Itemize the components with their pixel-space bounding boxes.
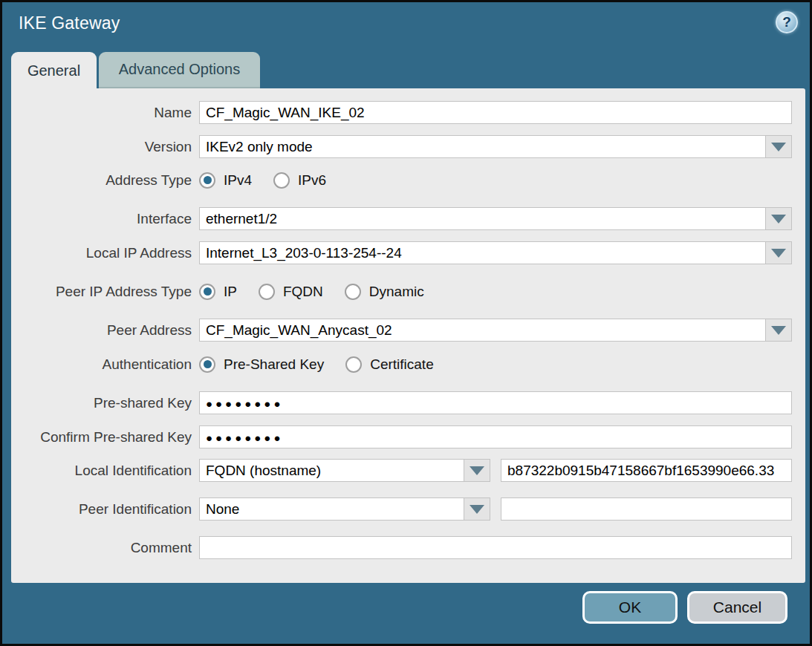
radio-ip-circle[interactable] xyxy=(199,284,215,300)
pre-shared-key-label: Pre-shared Key xyxy=(21,395,192,411)
version-value[interactable]: IKEv2 only mode xyxy=(199,135,765,158)
peer-identification-input[interactable] xyxy=(501,497,792,521)
radio-dynamic[interactable]: Dynamic xyxy=(345,284,424,300)
name-label: Name xyxy=(21,105,192,121)
peer-identification-type-value[interactable]: None xyxy=(199,497,464,521)
chevron-down-icon xyxy=(470,466,484,475)
pre-shared-key-row: Pre-shared Key xyxy=(11,391,805,414)
interface-row: Interface ethernet1/2 xyxy=(11,207,805,230)
version-row: Version IKEv2 only mode xyxy=(11,135,805,158)
pre-shared-key-input[interactable] xyxy=(199,391,792,414)
radio-ipv4-circle[interactable] xyxy=(199,172,215,189)
peer-address-row: Peer Address CF_Magic_WAN_Anycast_02 xyxy=(11,319,805,342)
interface-label: Interface xyxy=(21,211,192,227)
peer-ip-address-type-label: Peer IP Address Type xyxy=(21,284,192,300)
local-ip-address-label: Local IP Address xyxy=(21,245,192,261)
tab-bar: General Advanced Options xyxy=(11,52,260,89)
chevron-down-icon xyxy=(470,505,484,514)
address-type-row: Address Type IPv4 IPv6 xyxy=(11,169,805,192)
local-ip-address-dropdown[interactable]: Internet_L3_203-0-113-254--24 xyxy=(199,241,792,264)
version-label: Version xyxy=(21,139,192,155)
local-ip-address-dropdown-button[interactable] xyxy=(765,241,792,264)
name-input[interactable] xyxy=(199,101,792,124)
local-identification-type-dropdown[interactable]: FQDN (hostname) xyxy=(199,459,490,482)
local-identification-dropdown-button[interactable] xyxy=(464,459,490,482)
ok-button[interactable]: OK xyxy=(582,591,678,624)
local-identification-type-value[interactable]: FQDN (hostname) xyxy=(199,459,464,482)
local-identification-row: Local Identification FQDN (hostname) xyxy=(11,459,805,482)
peer-identification-label: Peer Identification xyxy=(21,501,192,518)
radio-certificate-label: Certificate xyxy=(370,356,434,373)
peer-identification-type-dropdown[interactable]: None xyxy=(199,497,490,521)
local-identification-input[interactable] xyxy=(501,459,792,482)
version-dropdown[interactable]: IKEv2 only mode xyxy=(199,135,792,158)
radio-certificate[interactable]: Certificate xyxy=(345,356,434,373)
radio-ipv6-label: IPv6 xyxy=(298,172,326,189)
confirm-pre-shared-key-label: Confirm Pre-shared Key xyxy=(21,429,192,446)
peer-address-dropdown[interactable]: CF_Magic_WAN_Anycast_02 xyxy=(199,319,792,342)
radio-fqdn-label: FQDN xyxy=(283,284,323,300)
interface-dropdown-button[interactable] xyxy=(765,207,792,230)
cancel-button[interactable]: Cancel xyxy=(687,591,787,624)
interface-value[interactable]: ethernet1/2 xyxy=(199,207,765,230)
chevron-down-icon xyxy=(771,215,786,224)
local-identification-label: Local Identification xyxy=(21,463,192,479)
radio-dynamic-circle[interactable] xyxy=(345,284,361,300)
radio-ip[interactable]: IP xyxy=(199,284,237,300)
tab-general[interactable]: General xyxy=(11,52,97,89)
confirm-pre-shared-key-row: Confirm Pre-shared Key xyxy=(11,425,805,448)
dialog-title: IKE Gateway xyxy=(19,13,120,33)
peer-identification-dropdown-button[interactable] xyxy=(464,497,490,521)
radio-pre-shared-key-circle[interactable] xyxy=(199,356,215,373)
confirm-pre-shared-key-input[interactable] xyxy=(199,425,792,448)
version-dropdown-button[interactable] xyxy=(765,135,792,158)
peer-address-dropdown-button[interactable] xyxy=(765,319,792,342)
local-ip-address-value[interactable]: Internet_L3_203-0-113-254--24 xyxy=(199,241,765,264)
radio-pre-shared-key-label: Pre-Shared Key xyxy=(224,356,324,373)
help-icon[interactable]: ? xyxy=(776,11,798,33)
peer-ip-address-type-row: Peer IP Address Type IP FQDN Dynamic xyxy=(11,280,805,303)
peer-identification-row: Peer Identification None xyxy=(11,497,805,521)
chevron-down-icon xyxy=(771,143,786,151)
dialog-footer: OK Cancel xyxy=(582,591,787,624)
peer-address-value[interactable]: CF_Magic_WAN_Anycast_02 xyxy=(199,319,765,342)
radio-fqdn[interactable]: FQDN xyxy=(259,284,323,300)
comment-row: Comment xyxy=(11,536,805,559)
radio-dynamic-label: Dynamic xyxy=(369,284,424,300)
radio-ipv4[interactable]: IPv4 xyxy=(199,172,252,189)
chevron-down-icon xyxy=(771,326,786,335)
ike-gateway-dialog: IKE Gateway ? General Advanced Options N… xyxy=(0,0,812,646)
chevron-down-icon xyxy=(771,249,786,258)
radio-ipv4-label: IPv4 xyxy=(224,172,252,189)
radio-certificate-circle[interactable] xyxy=(345,356,362,373)
address-type-label: Address Type xyxy=(21,172,192,189)
peer-address-label: Peer Address xyxy=(21,322,192,339)
radio-ip-label: IP xyxy=(224,284,237,300)
radio-ipv6-circle[interactable] xyxy=(273,172,290,189)
authentication-label: Authentication xyxy=(21,356,192,373)
radio-pre-shared-key[interactable]: Pre-Shared Key xyxy=(199,356,324,373)
name-row: Name xyxy=(11,101,805,124)
tab-advanced-options[interactable]: Advanced Options xyxy=(99,52,260,88)
radio-ipv6[interactable]: IPv6 xyxy=(273,172,326,189)
local-ip-address-row: Local IP Address Internet_L3_203-0-113-2… xyxy=(11,241,805,264)
authentication-row: Authentication Pre-Shared Key Certificat… xyxy=(11,353,805,376)
general-tab-panel: Name Version IKEv2 only mode Address Typ… xyxy=(11,88,805,583)
comment-label: Comment xyxy=(21,540,192,556)
radio-fqdn-circle[interactable] xyxy=(259,284,275,300)
comment-input[interactable] xyxy=(199,536,792,559)
interface-dropdown[interactable]: ethernet1/2 xyxy=(199,207,792,230)
